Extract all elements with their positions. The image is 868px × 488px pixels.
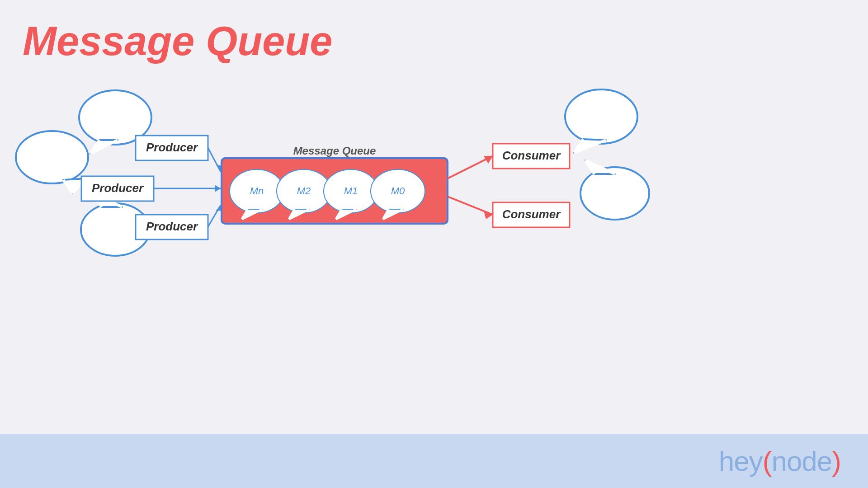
svg-text:Producer: Producer [146, 141, 198, 154]
bottom-bar: hey(node) [0, 434, 868, 488]
brand-node: node [771, 446, 832, 477]
svg-text:Mn: Mn [250, 185, 264, 197]
svg-marker-21 [215, 185, 221, 192]
svg-point-53 [565, 89, 637, 144]
consumer-2: Consumer [493, 202, 570, 227]
page-title: Message Queue [23, 18, 332, 65]
speech-bubble-top-right [565, 89, 637, 153]
producer-bottom: Producer [136, 215, 208, 239]
svg-point-4 [16, 131, 88, 183]
svg-text:Consumer: Consumer [502, 207, 561, 221]
svg-text:Producer: Producer [92, 181, 144, 195]
brand-open-paren: ( [763, 446, 772, 477]
brand-close-paren: ) [832, 446, 841, 477]
producer-middle: Producer [81, 176, 154, 201]
consumer-1: Consumer [493, 144, 570, 169]
brand-logo: hey(node) [719, 445, 841, 477]
svg-point-57 [580, 167, 649, 220]
svg-text:M0: M0 [391, 185, 405, 197]
queue-label: Message Queue [293, 145, 376, 157]
svg-text:Consumer: Consumer [502, 149, 561, 162]
brand-hey: hey [719, 446, 763, 477]
svg-text:Producer: Producer [146, 220, 198, 233]
producer-top: Producer [136, 136, 208, 160]
svg-text:M2: M2 [297, 185, 311, 197]
svg-text:M1: M1 [344, 185, 358, 197]
speech-bubble-bottom-right [580, 160, 649, 220]
diagram: Producer Producer Producer Message Queue… [0, 81, 868, 398]
speech-bubble-left [16, 131, 88, 193]
